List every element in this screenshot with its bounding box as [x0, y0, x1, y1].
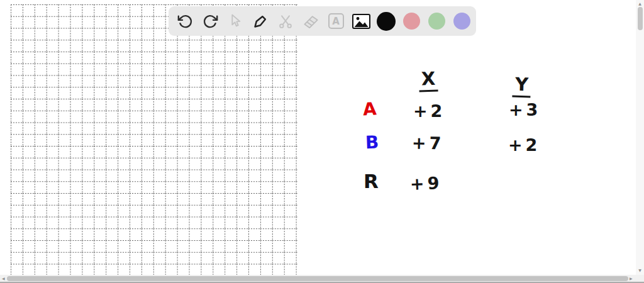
horizontal-scrollbar[interactable]: ◀ ▶ [0, 275, 636, 282]
green-color-icon [428, 13, 445, 30]
scroll-down-arrow-icon[interactable]: ▼ [636, 267, 644, 273]
handwritten-value-b-y: +2 [508, 135, 540, 155]
image-tool-button[interactable] [348, 9, 374, 34]
color-swatch-green[interactable] [424, 9, 449, 34]
drawing-canvas-grid[interactable] [11, 4, 297, 275]
redo-icon [202, 13, 219, 30]
color-swatch-purple[interactable] [449, 9, 474, 34]
vertical-scrollbar-thumb[interactable] [638, 7, 643, 30]
handwritten-value-a-y: +3 [509, 100, 541, 119]
black-color-icon [377, 12, 396, 31]
scissors-tool-button[interactable] [273, 9, 298, 34]
handwritten-value-r-x: +9 [409, 173, 442, 194]
scissors-icon [277, 13, 294, 30]
vertical-scrollbar[interactable]: ▲ ▼ [636, 0, 644, 275]
pen-icon [252, 13, 269, 30]
text-icon: A [328, 13, 344, 29]
handwritten-row-label-b: B [365, 132, 379, 153]
handwritten-row-label-r: R [364, 170, 379, 192]
eraser-tool-button[interactable] [298, 9, 323, 34]
scroll-up-arrow-icon[interactable]: ▲ [636, 1, 644, 6]
handwritten-column-header-x: X [418, 67, 438, 92]
handwritten-column-header-y: Y [512, 74, 531, 98]
redo-button[interactable] [197, 9, 223, 34]
text-icon-glyph: A [332, 16, 340, 27]
pointer-icon [228, 13, 243, 29]
undo-button[interactable] [172, 9, 197, 34]
grid-pattern [11, 4, 297, 275]
scroll-left-arrow-icon[interactable]: ◀ [2, 275, 5, 282]
color-swatch-black[interactable] [374, 9, 399, 34]
image-icon [352, 14, 370, 29]
pen-tool-button[interactable] [248, 9, 273, 34]
image-icon-art [353, 15, 369, 28]
handwritten-value-b-x: +7 [412, 133, 445, 153]
eraser-icon [303, 13, 319, 30]
horizontal-scrollbar-thumb[interactable] [7, 276, 628, 281]
handwritten-row-label-a: A [362, 98, 377, 119]
color-swatch-red[interactable] [399, 9, 424, 34]
text-tool-button[interactable]: A [323, 9, 348, 34]
whiteboard-app: A X Y A +2 +3 B +7 +2 R [0, 0, 644, 283]
scroll-right-arrow-icon[interactable]: ▶ [630, 275, 633, 282]
purple-color-icon [453, 13, 470, 30]
handwritten-value-a-x: +2 [413, 101, 445, 121]
toolbar: A [169, 6, 476, 36]
undo-icon [177, 13, 194, 30]
scrollbar-corner [636, 275, 644, 282]
red-color-icon [403, 13, 420, 30]
pointer-tool-button[interactable] [223, 9, 248, 34]
